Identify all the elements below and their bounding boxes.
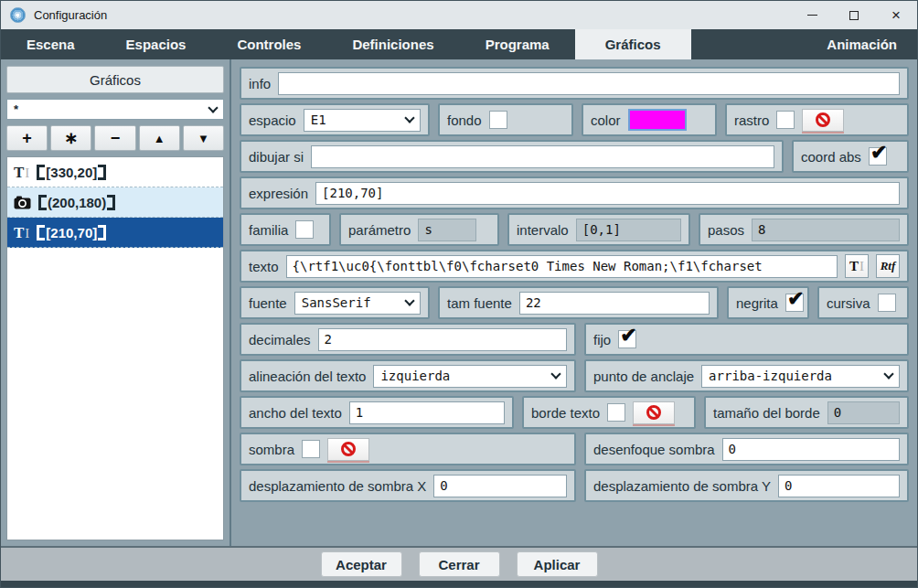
coord-abs-checkbox[interactable]: ✔ <box>869 147 887 166</box>
info-field[interactable] <box>278 72 900 95</box>
anclaje-value: arriba-izquierda <box>709 369 832 383</box>
row-fuente: fuente SansSerif tam fuente 22 negrita ✔… <box>240 286 909 319</box>
graphics-sidebar: Gráficos * + ∗ − ▲ ▼ TI [330,20] <box>1 59 231 546</box>
desp-sombra-x-field[interactable]: 0 <box>433 475 567 497</box>
fijo-checkbox[interactable]: ✔ <box>618 330 636 348</box>
pasos-group: pasos 8 <box>699 213 909 246</box>
parametro-label: parámetro <box>348 222 411 238</box>
anclaje-label: punto de anclaje <box>593 369 694 384</box>
desenfoque-sombra-field[interactable]: 0 <box>722 438 900 461</box>
fondo-checkbox[interactable] <box>489 111 507 129</box>
anclaje-select[interactable]: arriba-izquierda <box>701 365 900 388</box>
chevron-down-icon <box>883 369 893 379</box>
pasos-label: pasos <box>708 222 744 238</box>
tam-fuente-field[interactable]: 22 <box>519 292 710 315</box>
chevron-down-icon <box>208 102 218 112</box>
tamano-borde-label: tamaño del borde <box>713 405 820 421</box>
fuente-value: SansSerif <box>302 295 371 310</box>
prohibition-icon <box>646 405 661 420</box>
texto-label: texto <box>249 259 279 274</box>
row-expresion: expresión [210,70] <box>240 176 909 209</box>
anclaje-group: punto de anclaje arriba-izquierda <box>584 359 909 392</box>
row-espacio: espacio E1 fondo color rastro <box>240 103 909 136</box>
text-editor-icon: T <box>849 259 859 274</box>
chevron-down-icon <box>404 295 414 305</box>
list-item[interactable]: TI [330,20] <box>7 157 223 187</box>
window-title: Configuración <box>34 8 107 22</box>
fuente-select[interactable]: SansSerif <box>294 292 421 315</box>
tab-programa[interactable]: Programa <box>460 29 575 59</box>
alineacion-select[interactable]: izquierda <box>373 365 567 388</box>
dibujar-si-field[interactable] <box>311 145 774 168</box>
fondo-group: fondo <box>438 103 573 136</box>
graphics-list: TI [330,20] (200,180) TI [210,70] <box>6 156 224 540</box>
bottom-strip <box>1 581 917 587</box>
espacio-select[interactable]: E1 <box>304 109 421 132</box>
color-swatch[interactable] <box>628 109 687 131</box>
espacio-label: espacio <box>249 112 296 128</box>
desp-sombra-y-label: desplazamiento de sombra Y <box>593 478 771 494</box>
tab-escena[interactable]: Escena <box>1 29 101 59</box>
alineacion-label: alineación del texto <box>249 369 366 384</box>
sombra-clear-button[interactable] <box>327 438 369 461</box>
parametro-field: s <box>418 219 476 241</box>
list-item-label: [210,70] <box>37 224 106 241</box>
tab-definiciones[interactable]: Definiciones <box>326 29 459 59</box>
chevron-down-icon <box>550 369 560 379</box>
tab-bar: Escena Espacios Controles Definiciones P… <box>1 29 917 59</box>
texto-field[interactable]: {\rtf1\uc0{\fonttbl\f0\fcharset0 Times N… <box>286 255 838 278</box>
coord-abs-group: coord abs ✔ <box>792 140 909 173</box>
expresion-label: expresión <box>249 186 308 201</box>
cursiva-checkbox[interactable] <box>878 294 896 312</box>
rastro-clear-button[interactable] <box>802 109 844 132</box>
sombra-checkbox[interactable] <box>302 440 320 458</box>
row-familia: familia parámetro s intervalo [0,1] paso… <box>240 213 909 246</box>
fijo-group: fijo ✔ <box>584 323 909 356</box>
negrita-label: negrita <box>736 295 778 311</box>
fuente-group: fuente SansSerif <box>240 286 430 319</box>
rtf-editor-button[interactable]: Rtf <box>876 254 900 278</box>
tab-controles[interactable]: Controles <box>211 29 326 59</box>
tab-animacion[interactable]: Animación <box>801 29 917 59</box>
asterisk-button[interactable]: ∗ <box>50 125 91 151</box>
tamano-borde-field: 0 <box>827 401 900 424</box>
cursiva-group: cursiva <box>817 286 909 319</box>
decimales-field[interactable]: 2 <box>318 328 567 351</box>
decimales-group: decimales 2 <box>240 323 576 356</box>
ancho-texto-label: ancho del texto <box>249 405 342 421</box>
borde-texto-checkbox[interactable] <box>607 403 625 422</box>
aplicar-button[interactable]: Aplicar <box>517 551 598 577</box>
info-label: info <box>249 76 271 91</box>
tab-graficos[interactable]: Gráficos <box>575 29 691 59</box>
negrita-checkbox[interactable]: ✔ <box>785 294 804 312</box>
familia-checkbox[interactable] <box>295 220 314 239</box>
move-up-button[interactable]: ▲ <box>139 125 180 151</box>
row-alineacion: alineación del texto izquierda punto de … <box>240 359 909 392</box>
minimize-button[interactable] <box>791 1 833 29</box>
cerrar-button[interactable]: Cerrar <box>419 551 500 577</box>
close-button[interactable]: × <box>875 1 917 29</box>
add-button[interactable]: + <box>6 125 48 151</box>
ancho-texto-field[interactable]: 1 <box>349 401 505 424</box>
remove-button[interactable]: − <box>94 125 135 151</box>
aceptar-button[interactable]: Aceptar <box>321 551 402 577</box>
expresion-field[interactable]: [210,70] <box>315 182 900 205</box>
text-editor-button[interactable]: TI <box>845 254 869 278</box>
maximize-button[interactable] <box>833 1 875 29</box>
borde-texto-group: borde texto <box>522 396 696 429</box>
list-item-label: [330,20] <box>37 164 106 181</box>
borde-texto-clear-button[interactable] <box>633 401 675 424</box>
camera-icon <box>14 196 31 209</box>
desp-sombra-y-field[interactable]: 0 <box>778 475 900 497</box>
tab-espacios[interactable]: Espacios <box>101 29 212 59</box>
tam-fuente-group: tam fuente 22 <box>438 286 719 319</box>
tam-fuente-label: tam fuente <box>447 295 512 311</box>
graphics-filter-select[interactable]: * <box>6 99 224 120</box>
move-down-button[interactable]: ▼ <box>183 125 224 151</box>
fijo-label: fijo <box>593 332 611 347</box>
title-bar: Configuración × <box>1 1 917 29</box>
rastro-checkbox[interactable] <box>776 111 795 129</box>
list-item-selected[interactable]: TI [210,70] <box>7 218 223 248</box>
sidebar-header: Gráficos <box>6 66 224 93</box>
list-item[interactable]: (200,180) <box>7 187 223 218</box>
